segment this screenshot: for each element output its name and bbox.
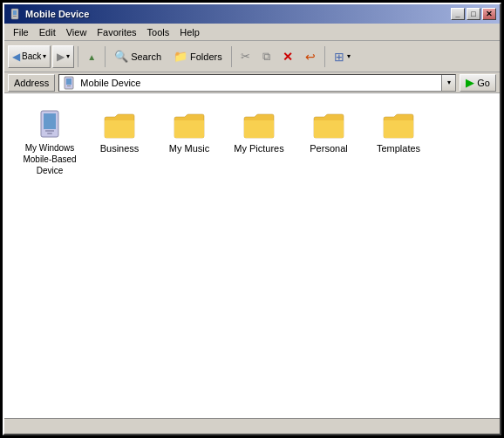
file-label: Templates <box>377 142 420 154</box>
toolbar: Back ▾ ▾ Search Folders <box>4 41 500 72</box>
search-button[interactable]: Search <box>109 44 167 69</box>
copy-icon <box>262 50 270 64</box>
address-label: Address <box>8 74 55 92</box>
file-label: Personal <box>310 142 347 154</box>
content-area: My Windows Mobile-Based Device Business <box>4 93 500 418</box>
main-window: Mobile Device _ □ ✕ File Edit View Favor… <box>3 3 501 435</box>
menu-edit[interactable]: Edit <box>34 25 61 39</box>
separator-1 <box>78 46 78 67</box>
undo-button[interactable] <box>300 44 321 69</box>
back-dropdown-arrow: ▾ <box>43 52 46 60</box>
delete-button[interactable] <box>277 44 298 69</box>
menu-help[interactable]: Help <box>174 25 205 39</box>
file-label: Business <box>100 142 140 154</box>
folder-icon <box>381 111 416 140</box>
back-button[interactable]: Back ▾ <box>8 45 51 68</box>
forward-icon <box>57 51 65 63</box>
title-bar-left: Mobile Device <box>8 7 89 21</box>
views-icon <box>334 50 344 64</box>
file-label: My Pictures <box>234 142 283 154</box>
up-icon <box>87 51 96 62</box>
close-button[interactable]: ✕ <box>482 8 496 20</box>
folder-icon <box>311 111 346 140</box>
undo-icon <box>305 50 316 64</box>
folders-label: Folders <box>190 51 222 62</box>
views-dropdown-arrow: ▾ <box>347 52 351 60</box>
copy-button[interactable] <box>257 44 276 69</box>
svg-rect-2 <box>13 16 17 17</box>
list-item[interactable]: My Windows Mobile-Based Device <box>18 107 81 180</box>
list-item[interactable]: My Pictures <box>228 107 290 158</box>
address-device-icon <box>61 76 77 90</box>
up-button[interactable] <box>82 44 101 69</box>
title-bar: Mobile Device _ □ ✕ <box>4 4 500 24</box>
address-path: Mobile Device <box>77 78 441 88</box>
folders-button[interactable]: Folders <box>168 44 228 69</box>
folder-icon <box>172 111 207 140</box>
status-bar <box>4 418 500 434</box>
search-icon <box>114 50 128 63</box>
folder-icon <box>102 111 137 140</box>
window-title: Mobile Device <box>25 9 89 19</box>
menu-favorites[interactable]: Favorites <box>92 25 141 39</box>
views-button[interactable]: ▾ <box>329 44 356 69</box>
cut-button[interactable] <box>235 44 255 69</box>
go-icon: ▶ <box>466 76 474 89</box>
file-grid: My Windows Mobile-Based Device Business <box>18 107 486 180</box>
svg-rect-8 <box>45 130 54 132</box>
title-buttons: _ □ ✕ <box>451 8 496 20</box>
device-folder-icon <box>32 111 67 140</box>
menu-tools[interactable]: Tools <box>142 25 175 39</box>
svg-rect-4 <box>66 79 72 85</box>
address-input-wrap[interactable]: Mobile Device ▾ <box>58 74 456 92</box>
svg-rect-5 <box>67 86 71 86</box>
file-label: My Windows Mobile-Based Device <box>22 142 78 176</box>
address-dropdown-arrow[interactable]: ▾ <box>441 75 455 91</box>
list-item[interactable]: Business <box>88 107 151 158</box>
search-label: Search <box>131 51 161 62</box>
menu-bar: File Edit View Favorites Tools Help <box>4 24 500 41</box>
forward-button[interactable]: ▾ <box>52 45 74 68</box>
svg-rect-9 <box>47 133 52 134</box>
back-label: Back <box>22 51 41 61</box>
cut-icon <box>241 50 250 63</box>
svg-rect-7 <box>44 113 56 129</box>
maximize-button[interactable]: □ <box>467 8 480 20</box>
go-button[interactable]: ▶ Go <box>460 74 496 92</box>
separator-4 <box>324 46 325 67</box>
minimize-button[interactable]: _ <box>451 8 465 20</box>
address-bar: Address Mobile Device ▾ ▶ Go <box>4 72 500 93</box>
forward-dropdown-arrow: ▾ <box>66 52 70 60</box>
separator-3 <box>231 46 232 67</box>
svg-rect-1 <box>13 10 17 15</box>
window-icon <box>8 7 22 21</box>
delete-icon <box>283 50 293 64</box>
menu-file[interactable]: File <box>8 25 34 39</box>
list-item[interactable]: My Music <box>158 107 221 158</box>
go-label: Go <box>477 78 490 88</box>
folder-icon <box>242 111 276 140</box>
back-icon <box>12 51 20 63</box>
menu-view[interactable]: View <box>61 25 92 39</box>
file-label: My Music <box>169 142 209 154</box>
list-item[interactable]: Templates <box>367 107 430 158</box>
list-item[interactable]: Personal <box>297 107 360 158</box>
folders-icon <box>174 50 187 63</box>
separator-2 <box>105 46 106 67</box>
